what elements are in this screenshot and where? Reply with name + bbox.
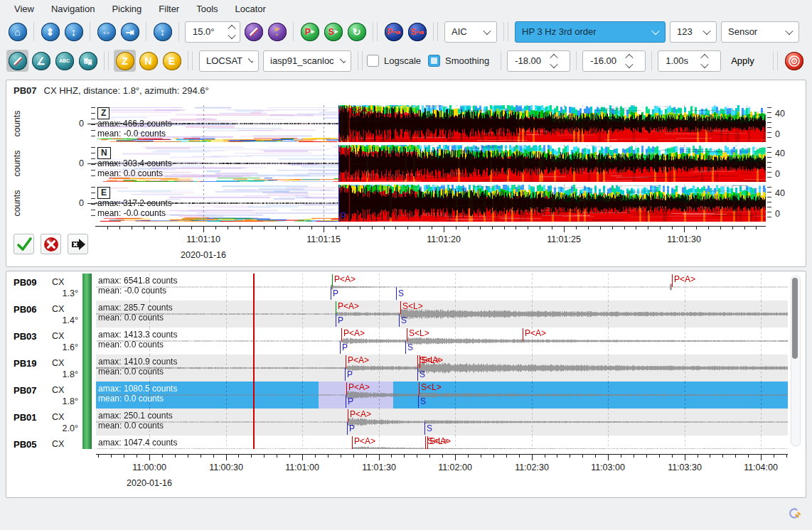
menu-item-tools[interactable]: Tools: [189, 2, 225, 16]
pick-p-button[interactable]: P▸: [299, 21, 321, 43]
pick-marker[interactable]: [338, 185, 339, 222]
pick-marker[interactable]: [418, 395, 419, 408]
pick-marker[interactable]: [336, 314, 336, 327]
measure-tool-button[interactable]: [242, 21, 265, 43]
target-icon: [785, 52, 803, 70]
spectrogram-max-spinbox[interactable]: -16.00: [582, 50, 646, 72]
home-button[interactable]: ⌂: [6, 21, 28, 43]
pick-marker[interactable]: [336, 301, 336, 314]
pick-marker[interactable]: [338, 105, 339, 142]
theoretical-p-button[interactable]: P↝: [383, 21, 405, 43]
station-row-pb05[interactable]: PB05CXamax: 1047.4 countsP<A>S<L>S<A>: [6, 436, 806, 449]
unit-combo[interactable]: Sensor: [721, 21, 799, 43]
pick-marker[interactable]: [346, 395, 346, 408]
pick-marker[interactable]: [407, 328, 407, 341]
component-button-n[interactable]: N: [137, 50, 159, 72]
pick-marker[interactable]: [347, 422, 348, 435]
component-button-e[interactable]: E: [161, 50, 183, 72]
target-button[interactable]: [784, 50, 806, 72]
pick-marker[interactable]: [399, 314, 400, 327]
pick-marker[interactable]: [424, 422, 425, 435]
pick-marker[interactable]: [331, 287, 331, 300]
pick-marker[interactable]: [340, 341, 341, 354]
pick-marker[interactable]: [338, 145, 339, 182]
station-row-pb19[interactable]: PB19CX1.8°amax: 1410.9 countsmean: 0.0 c…: [6, 355, 806, 382]
pick-marker[interactable]: [417, 355, 418, 368]
spin-arrows[interactable]: [229, 25, 235, 39]
menu-item-view[interactable]: View: [7, 2, 41, 16]
pick-marker[interactable]: [419, 382, 420, 395]
pick-marker[interactable]: [352, 436, 353, 449]
smoothing-checkbox[interactable]: [428, 55, 440, 67]
time-window-spinbox[interactable]: 1.00s: [658, 50, 721, 72]
reject-pick-button[interactable]: [41, 234, 61, 254]
station-trace[interactable]: amax: 1410.9 countsmean: 0.0 countsP<A>P…: [96, 355, 788, 382]
locator-combo[interactable]: LOCSAT: [199, 50, 259, 72]
zoom-angle-spinbox[interactable]: 15.0°: [185, 21, 240, 43]
pick-marker[interactable]: [400, 301, 401, 314]
pick-marker[interactable]: [346, 355, 346, 368]
pick-marker[interactable]: [417, 368, 418, 381]
pick-s-button[interactable]: S▸: [322, 21, 344, 43]
station-trace[interactable]: amax: 1047.4 countsP<A>S<L>S<A>: [96, 436, 788, 449]
station-row-pb01[interactable]: PB01CX2.0°amax: 250.1 countsmean: 0.0 co…: [6, 409, 806, 436]
station-row-pb09[interactable]: PB09CX1.3°amax: 6541.8 countsmean: -0.0 …: [6, 274, 806, 301]
pick-marker[interactable]: [523, 328, 523, 341]
trace-plot-e[interactable]: Eamax: 317.2 countsmean: -0.0 countsP: [95, 185, 766, 222]
menu-item-navigation[interactable]: Navigation: [44, 2, 102, 16]
pick-marker[interactable]: [396, 287, 397, 300]
ip-tool-button[interactable]: IP▪: [266, 21, 288, 43]
rotation-combo[interactable]: 123: [670, 21, 717, 43]
picker-algorithm-combo[interactable]: AIC: [444, 21, 497, 43]
station-row-pb07[interactable]: PB07CX1.8°amax: 1080.5 countsmean: 0.0 c…: [6, 382, 806, 409]
station-trace[interactable]: amax: 250.1 countsmean: 0.0 countsP<A>PS: [96, 409, 788, 436]
menu-item-filter[interactable]: Filter: [151, 2, 186, 16]
pick-marker[interactable]: [349, 105, 350, 142]
amplitude-fit-button[interactable]: ↨: [63, 21, 85, 43]
trace-plot-n[interactable]: Namax: 303.4 countsmean: 0.0 counts: [95, 145, 766, 182]
time-fit-button[interactable]: ⇥: [119, 21, 141, 43]
pick-marker[interactable]: [341, 328, 342, 341]
pick-marker[interactable]: [425, 436, 426, 449]
menu-item-locator[interactable]: Locator: [228, 2, 273, 16]
scrollbar-handle[interactable]: [792, 278, 798, 359]
confirm-pick-button[interactable]: [14, 234, 34, 254]
amplitude-scale-button[interactable]: ↕: [151, 21, 173, 43]
spin-arrows[interactable]: [626, 54, 632, 68]
pick-marker[interactable]: [672, 274, 673, 287]
spin-arrows[interactable]: [551, 54, 557, 68]
pick-marker[interactable]: [346, 382, 347, 395]
pick-marker[interactable]: [332, 274, 333, 287]
picking-mode-button[interactable]: [6, 50, 28, 72]
range-tool-button[interactable]: ↹: [77, 50, 99, 72]
apply-button[interactable]: Apply: [722, 52, 763, 70]
abc-tool-button[interactable]: ABC: [53, 50, 75, 72]
station-row-pb03[interactable]: PB03CX1.6°amax: 1413.3 countsmean: 0.0 c…: [6, 328, 806, 355]
spin-arrows[interactable]: [702, 54, 707, 68]
station-trace[interactable]: amax: 6541.8 countsmean: -0.0 countsP<A>…: [96, 274, 788, 301]
angle-tool-button[interactable]: ∠: [30, 50, 52, 72]
station-row-pb06[interactable]: PB06CX1.4°amax: 285.7 countsmean: 0.0 co…: [6, 301, 806, 328]
pick-marker[interactable]: [349, 185, 350, 222]
time-expand-button[interactable]: ⇔: [95, 21, 117, 43]
relocate-button[interactable]: ↻: [346, 21, 368, 43]
skip-trace-button[interactable]: [68, 234, 88, 254]
filter-combo[interactable]: HP 3 Hz 3rd order: [515, 21, 666, 43]
locator-profile-combo[interactable]: iasp91_scanloc: [263, 50, 351, 72]
pick-marker[interactable]: [349, 145, 350, 182]
station-trace[interactable]: amax: 1080.5 countsmean: 0.0 countsP<A>P…: [96, 382, 788, 409]
logscale-checkbox[interactable]: [367, 55, 379, 67]
pick-marker[interactable]: [345, 368, 346, 381]
trace-plot-z[interactable]: Zamax: 466.3 countsmean: -0.0 countsP<A>: [95, 105, 766, 142]
pick-marker[interactable]: [405, 341, 406, 354]
component-button-z[interactable]: Z: [114, 50, 136, 72]
axis-minor-tick: [528, 227, 528, 229]
theoretical-s-button[interactable]: S↝: [406, 21, 428, 43]
station-trace[interactable]: amax: 285.7 countsmean: 0.0 countsP<A>PS…: [96, 301, 788, 328]
station-trace[interactable]: amax: 1413.3 countsmean: 0.0 countsP<A>P…: [96, 328, 788, 355]
menu-item-picking[interactable]: Picking: [105, 2, 149, 16]
amplitude-zoom-button[interactable]: ⇕: [39, 21, 61, 43]
spectrogram-min-spinbox[interactable]: -18.00: [507, 50, 570, 72]
vertical-scrollbar[interactable]: [791, 276, 801, 446]
pick-marker[interactable]: [348, 409, 348, 422]
